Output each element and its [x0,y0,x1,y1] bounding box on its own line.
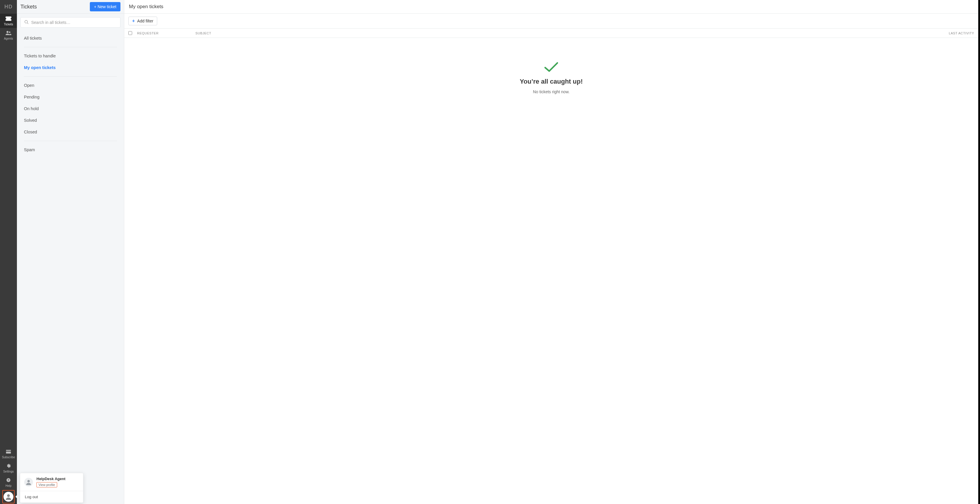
filter-closed[interactable]: Closed [21,126,121,138]
add-filter-label: Add filter [137,19,153,23]
nav-subscribe-label: Subscribe [2,456,15,459]
nav-tickets-label: Tickets [4,23,13,26]
nav-subscribe[interactable]: Subscribe [0,447,17,461]
col-requester[interactable]: Requester [137,32,196,35]
svg-point-6 [7,494,10,497]
ticket-filter-panel: Tickets + New ticket All tickets Tickets… [17,0,124,504]
empty-subtitle: No tickets right now. [533,89,570,94]
user-menu-popover: HelpDesk Agent View profile Log out [20,473,83,503]
gear-icon [6,463,11,469]
checkmark-icon [544,61,558,74]
svg-point-7 [27,480,30,482]
page-title: My open tickets [124,0,978,14]
divider [24,47,117,47]
nav-agents[interactable]: Agents [0,28,17,42]
help-icon: ? [6,478,11,483]
svg-rect-2 [6,450,11,451]
filter-open[interactable]: Open [21,79,121,91]
user-name: HelpDesk Agent [37,477,65,481]
subscribe-icon [6,449,11,455]
filter-to-handle[interactable]: Tickets to handle [21,50,121,62]
nav-agents-label: Agents [4,37,13,40]
agents-icon [6,30,11,36]
select-all-checkbox[interactable] [128,31,132,35]
nav-help[interactable]: ? Help [0,475,17,490]
plus-icon: + [132,19,135,23]
col-last-activity[interactable]: Last activity [931,32,974,35]
svg-point-0 [6,31,8,33]
search-field[interactable] [21,17,121,28]
nav-profile[interactable] [0,490,17,504]
svg-point-1 [9,32,11,33]
nav-settings[interactable]: Settings [0,461,17,475]
filter-all-tickets[interactable]: All tickets [21,32,121,44]
side-header: Tickets + New ticket [17,0,124,14]
nav-help-label: Help [6,484,12,487]
filter-spam[interactable]: Spam [21,144,121,155]
filter-my-open[interactable]: My open tickets [21,62,121,73]
logo: HD [0,0,17,14]
add-filter-button[interactable]: + Add filter [128,17,157,25]
col-subject[interactable]: Subject [196,32,931,35]
view-profile-link[interactable]: View profile [37,482,57,487]
svg-rect-3 [6,452,11,453]
avatar [3,492,13,502]
filter-onhold[interactable]: On hold [21,103,121,114]
nav-rail: HD Tickets Agents Subscribe [0,0,17,504]
filter-list: All tickets Tickets to handle My open ti… [17,31,124,157]
divider [24,141,117,141]
logout-button[interactable]: Log out [20,491,83,502]
avatar [24,478,33,487]
side-title: Tickets [21,4,37,10]
user-menu-header: HelpDesk Agent View profile [20,473,83,491]
divider [24,76,117,77]
search-input[interactable] [31,17,120,27]
nav-settings-label: Settings [3,470,14,473]
select-all-cell [128,31,137,35]
app-root: HD Tickets Agents Subscribe [0,0,980,504]
nav-tickets[interactable]: Tickets [0,14,17,28]
svg-text:?: ? [8,479,10,482]
table-header-row: Requester Subject Last activity [124,29,978,38]
window-edge [978,0,980,504]
filter-pending[interactable]: Pending [21,91,121,103]
empty-title: You’re all caught up! [520,78,583,86]
main-content: My open tickets + Add filter Requester S… [124,0,978,504]
search-icon [21,20,31,25]
filter-solved[interactable]: Solved [21,114,121,126]
toolbar: + Add filter [124,14,978,29]
new-ticket-button[interactable]: + New ticket [90,2,121,11]
empty-state: You’re all caught up! No tickets right n… [124,38,978,504]
ticket-icon [6,16,11,22]
